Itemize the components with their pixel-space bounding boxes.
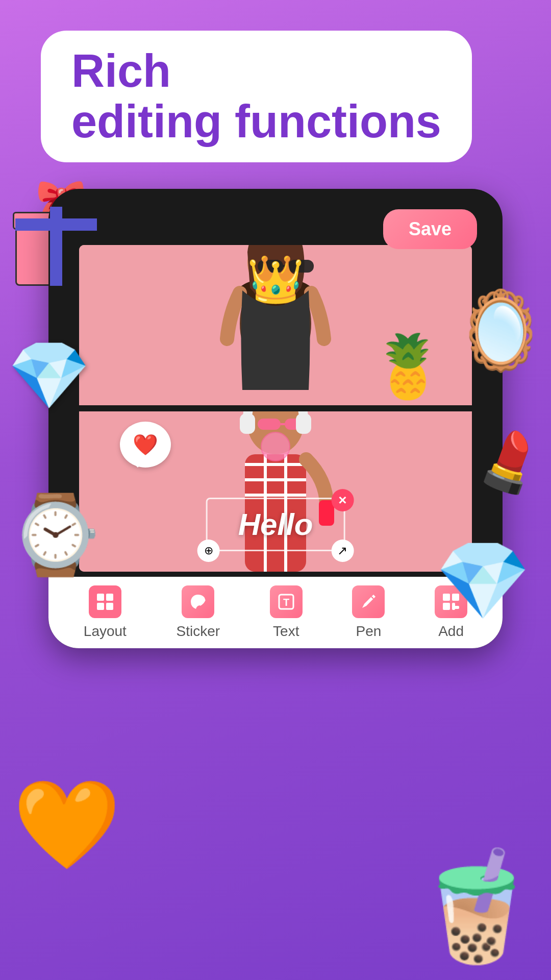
svg-point-17 bbox=[261, 432, 290, 461]
hello-anchor-handle[interactable]: ⊕ bbox=[197, 540, 220, 562]
svg-rect-24 bbox=[106, 603, 113, 610]
toolbar-text[interactable]: T Text bbox=[270, 585, 303, 640]
svg-rect-19 bbox=[296, 413, 311, 434]
clock-sticker: ⌚ bbox=[8, 490, 103, 580]
heart-character-sticker: 🧡 bbox=[13, 781, 121, 868]
toolbar-pen[interactable]: Pen bbox=[352, 585, 385, 640]
photo-bottom: ❤️ bbox=[79, 411, 472, 572]
gift-ribbon-horizontal bbox=[15, 218, 97, 231]
mirror-sticker: 🪞 bbox=[453, 286, 548, 376]
hello-close-button[interactable]: × bbox=[331, 489, 354, 511]
layout-label: Layout bbox=[84, 623, 127, 640]
svg-rect-18 bbox=[240, 413, 255, 434]
layout-icon bbox=[89, 585, 121, 618]
svg-rect-22 bbox=[106, 594, 113, 601]
text-icon: T bbox=[270, 585, 303, 618]
hello-textbox[interactable]: × Hello ⊕ ↗ bbox=[206, 498, 345, 551]
toolbar: Layout Sticker T Text bbox=[48, 577, 503, 648]
heart-in-bubble: ❤️ bbox=[133, 433, 158, 457]
save-button[interactable]: Save bbox=[383, 209, 477, 249]
toolbar-sticker[interactable]: Sticker bbox=[177, 585, 220, 640]
photo-container: 👑 bbox=[79, 245, 472, 572]
text-label: Text bbox=[273, 623, 299, 640]
pen-label: Pen bbox=[356, 623, 382, 640]
speech-bubble: ❤️ bbox=[120, 422, 171, 468]
sticker-icon bbox=[182, 585, 214, 618]
header-bubble: Rich editing functions bbox=[41, 31, 472, 162]
phone-mockup: Save 👑 bbox=[48, 189, 503, 648]
pen-icon bbox=[352, 585, 385, 618]
photo-divider bbox=[79, 405, 472, 409]
sticker-label: Sticker bbox=[177, 623, 220, 640]
hello-rotate-handle[interactable]: ↗ bbox=[331, 540, 354, 562]
toolbar-layout[interactable]: Layout bbox=[84, 585, 127, 640]
diamond-blue-sticker: 💎 bbox=[8, 337, 90, 414]
pineapple-sticker: 🍍 bbox=[370, 331, 446, 403]
photo-top: 👑 bbox=[79, 245, 472, 405]
drink-sticker: 🧋 bbox=[410, 852, 543, 960]
crown-sticker: 👑 bbox=[247, 253, 304, 306]
color-diamond-sticker: 💎 bbox=[435, 536, 531, 626]
svg-rect-23 bbox=[97, 603, 104, 610]
header-line1: Rich bbox=[71, 46, 441, 96]
header-line2: editing functions bbox=[71, 96, 441, 147]
svg-rect-21 bbox=[97, 594, 104, 601]
svg-text:T: T bbox=[283, 597, 289, 608]
svg-rect-14 bbox=[258, 419, 281, 430]
hello-text: Hello bbox=[238, 507, 313, 542]
